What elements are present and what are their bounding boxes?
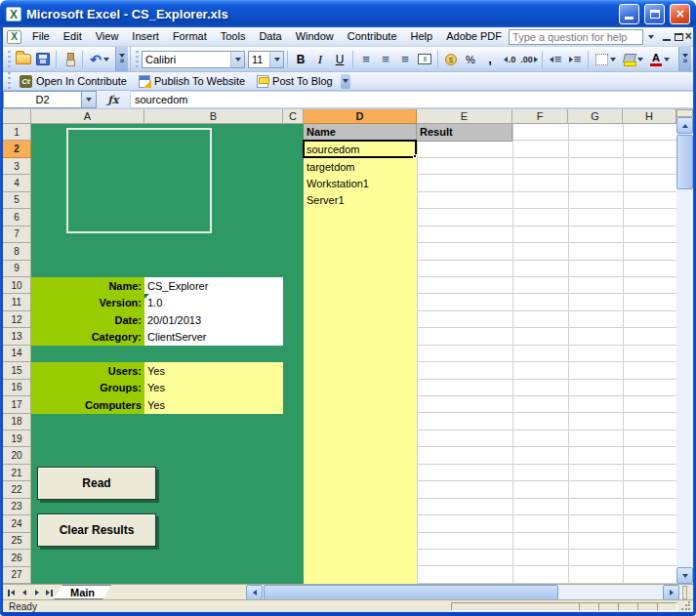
selected-cell-outline[interactable] <box>303 140 417 157</box>
split-handle[interactable] <box>676 109 693 117</box>
bold-button[interactable]: B <box>291 50 310 69</box>
font-size-combo[interactable]: 11 <box>248 51 284 68</box>
currency-button[interactable]: $ <box>441 50 461 69</box>
menu-item-format[interactable]: Format <box>166 27 214 46</box>
underline-button[interactable]: U <box>330 50 349 69</box>
read-button[interactable]: Read <box>37 467 156 500</box>
row-header-26[interactable]: 26 <box>3 550 31 566</box>
row-header-8[interactable]: 8 <box>3 243 31 260</box>
result-column-header-cell[interactable]: Result <box>417 124 512 142</box>
increase-indent-button[interactable]: ≡ <box>565 50 585 69</box>
info-value-b13[interactable]: ClientServer <box>144 328 283 345</box>
name-box[interactable]: D2 <box>3 91 81 108</box>
decrease-decimal-button[interactable]: .00 <box>519 50 539 69</box>
menu-item-insert[interactable]: Insert <box>125 27 166 46</box>
row-header-16[interactable]: 16 <box>3 380 31 396</box>
workbook-minimize-button[interactable] <box>660 29 670 45</box>
scroll-right-button[interactable] <box>663 585 679 600</box>
align-center-button[interactable]: ≡ <box>376 50 395 69</box>
empty-cells-region[interactable] <box>417 124 676 584</box>
minimize-button[interactable] <box>619 4 639 24</box>
name-box-dropdown[interactable] <box>81 91 97 108</box>
row-header-12[interactable]: 12 <box>3 311 31 328</box>
horizontal-scroll-thumb[interactable] <box>264 585 558 600</box>
menu-item-file[interactable]: File <box>25 27 57 46</box>
maximize-button[interactable] <box>644 4 665 24</box>
font-name-combo[interactable]: Calibri <box>142 51 245 68</box>
row-header-17[interactable]: 17 <box>3 396 31 413</box>
row-header-23[interactable]: 23 <box>3 499 31 515</box>
row-header-11[interactable]: 11 <box>3 294 31 310</box>
menu-item-window[interactable]: Window <box>289 27 341 46</box>
row-header-15[interactable]: 15 <box>3 362 31 379</box>
insert-function-button[interactable]: ƒx <box>97 91 130 108</box>
toolbar-overflow-button[interactable]: » <box>678 47 691 71</box>
toolbar-grip[interactable] <box>8 51 11 68</box>
vertical-scroll-thumb[interactable] <box>676 135 693 189</box>
row-header-14[interactable]: 14 <box>3 346 31 362</box>
row-header-27[interactable]: 27 <box>3 567 31 584</box>
row-header-10[interactable]: 10 <box>3 277 31 294</box>
column-header-e[interactable]: E <box>417 109 512 124</box>
info-value-b11[interactable]: 1.0 <box>144 294 283 310</box>
row-header-7[interactable]: 7 <box>3 226 31 243</box>
column-header-b[interactable]: B <box>144 109 283 124</box>
decrease-indent-button[interactable]: ≡ <box>546 50 565 69</box>
toolbar-overflow-button[interactable]: » <box>115 47 128 71</box>
comma-style-button[interactable]: , <box>480 50 500 69</box>
row-header-5[interactable]: 5 <box>3 192 31 209</box>
next-sheet-button[interactable] <box>30 586 43 599</box>
open-in-contribute-button[interactable]: Ct Open In Contribute <box>14 73 133 90</box>
column-header-f[interactable]: F <box>512 109 568 124</box>
last-sheet-button[interactable] <box>43 586 56 599</box>
row-header-4[interactable]: 4 <box>3 175 31 191</box>
info-label-a11[interactable]: Version: <box>31 294 144 310</box>
row-header-20[interactable]: 20 <box>3 447 31 464</box>
cell-d5[interactable]: Server1 <box>304 192 417 209</box>
vertical-scrollbar[interactable] <box>676 109 693 584</box>
menu-item-data[interactable]: Data <box>252 27 288 46</box>
fill-handle[interactable] <box>413 154 417 158</box>
row-header-9[interactable]: 9 <box>3 261 31 277</box>
menu-item-adobe-pdf[interactable]: Adobe PDF <box>439 27 509 46</box>
row-header-25[interactable]: 25 <box>3 533 31 550</box>
publish-to-website-button[interactable]: Publish To Website <box>133 73 251 90</box>
cell-d3[interactable]: targetdom <box>304 158 417 175</box>
column-header-a[interactable]: A <box>31 109 144 124</box>
option-value-b16[interactable]: Yes <box>144 380 283 396</box>
scroll-left-button[interactable] <box>246 585 263 600</box>
undo-button[interactable]: ↶ <box>86 50 113 69</box>
italic-button[interactable]: I <box>310 50 330 69</box>
menu-item-contribute[interactable]: Contribute <box>341 27 404 46</box>
close-button[interactable]: × <box>670 4 690 24</box>
row-header-24[interactable]: 24 <box>3 515 31 532</box>
info-label-a12[interactable]: Date: <box>31 311 144 328</box>
horizontal-scrollbar[interactable] <box>246 585 687 600</box>
fill-color-button[interactable] <box>619 50 646 69</box>
formula-input[interactable]: sourcedom <box>130 91 693 108</box>
workbook-restore-button[interactable] <box>672 29 681 45</box>
row-header-22[interactable]: 22 <box>3 481 31 498</box>
row-header-21[interactable]: 21 <box>3 465 31 481</box>
picture-placeholder[interactable] <box>66 128 212 233</box>
cell-d4[interactable]: Workstation1 <box>304 175 417 191</box>
info-value-b10[interactable]: CS_Explorer <box>144 277 283 294</box>
font-color-button[interactable]: A <box>646 50 674 69</box>
option-value-b17[interactable]: Yes <box>144 396 283 413</box>
workbook-close-button[interactable]: × <box>683 29 693 45</box>
option-label-a17[interactable]: Computers <box>31 396 144 413</box>
open-button[interactable] <box>14 50 33 69</box>
toolbar-grip[interactable] <box>136 51 139 68</box>
font-size-dropdown[interactable] <box>269 52 283 67</box>
previous-sheet-button[interactable] <box>18 586 30 599</box>
row-header-6[interactable]: 6 <box>3 209 31 226</box>
row-header-13[interactable]: 13 <box>3 328 31 345</box>
column-header-h[interactable]: H <box>623 109 676 124</box>
name-column-header-cell[interactable]: Name <box>304 124 417 142</box>
percent-style-button[interactable]: % <box>461 50 480 69</box>
merge-center-button[interactable] <box>415 50 434 69</box>
align-left-button[interactable]: ≡ <box>356 50 376 69</box>
row-header-1[interactable]: 1 <box>3 124 31 141</box>
tab-split-handle[interactable] <box>682 586 687 599</box>
save-button[interactable] <box>33 50 53 69</box>
